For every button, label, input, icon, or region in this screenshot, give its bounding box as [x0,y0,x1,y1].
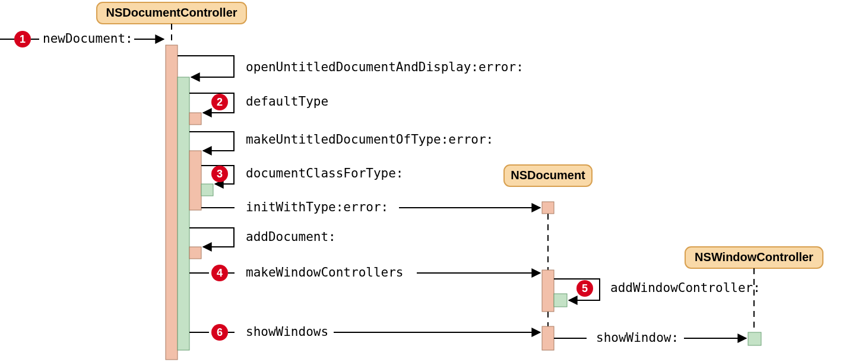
svg-text:showWindows: showWindows [246,325,328,339]
msg-showwindows: 6 showWindows [189,324,540,341]
msg-makeuntitled: makeUntitledDocumentOfType:error: [189,132,493,151]
sequence-diagram: NSDocumentController NSDocument NSWindow… [0,0,868,362]
msg-addwindowcontroller: 5 addWindowController: [554,279,761,300]
activation-addwinctrl [554,294,567,307]
activation-makewinctrls [542,270,554,312]
class-box-window: NSWindowController [685,247,823,268]
svg-text:1: 1 [20,33,26,45]
class-label-controller: NSDocumentController [106,6,237,19]
activation-showwindows [542,326,554,350]
activation-controller-outer [166,45,178,360]
svg-text:makeWindowControllers: makeWindowControllers [246,265,404,280]
svg-text:makeUntitledDocumentOfType:err: makeUntitledDocumentOfType:error: [246,132,493,147]
activation-controller-l3 [189,151,201,210]
msg-docclassfortype: 3 documentClassForType: [201,166,404,184]
svg-text:initWithType:error:: initWithType:error: [246,200,388,214]
class-label-window: NSWindowController [695,250,813,263]
class-box-controller: NSDocumentController [97,2,246,24]
msg-newdocument: 1 newDocument: [0,31,164,47]
activation-defaulttype [189,113,201,125]
svg-text:newDocument:: newDocument: [43,31,133,46]
svg-text:documentClassForType:: documentClassForType: [246,166,404,180]
msg-defaulttype: 2 defaultType [189,93,328,113]
class-box-document: NSDocument [504,165,592,186]
msg-initwithtype: initWithType:error: [201,200,540,214]
msg-makewindowcontrollers: 4 makeWindowControllers [189,265,540,281]
activation-controller-l2 [178,77,189,350]
svg-text:addWindowController:: addWindowController: [610,281,761,295]
msg-openuntitled: openUntitledDocumentAndDisplay:error: [178,56,524,77]
svg-text:openUntitledDocumentAndDisplay: openUntitledDocumentAndDisplay:error: [246,60,524,74]
svg-text:addDocument:: addDocument: [246,230,336,244]
svg-text:6: 6 [217,326,223,338]
activation-adddoc [189,247,201,259]
msg-showwindow: showWindow: [554,331,746,345]
activation-initwithtype [542,202,554,214]
svg-text:2: 2 [217,96,223,108]
svg-text:defaultType: defaultType [246,94,328,109]
msg-adddocument: addDocument: [189,228,336,247]
svg-text:5: 5 [582,282,588,294]
svg-text:3: 3 [217,168,223,180]
class-label-document: NSDocument [511,169,585,182]
svg-text:showWindow:: showWindow: [596,331,679,345]
svg-text:4: 4 [217,267,223,279]
activation-docclass [201,184,213,196]
activation-showwindow [748,332,761,345]
